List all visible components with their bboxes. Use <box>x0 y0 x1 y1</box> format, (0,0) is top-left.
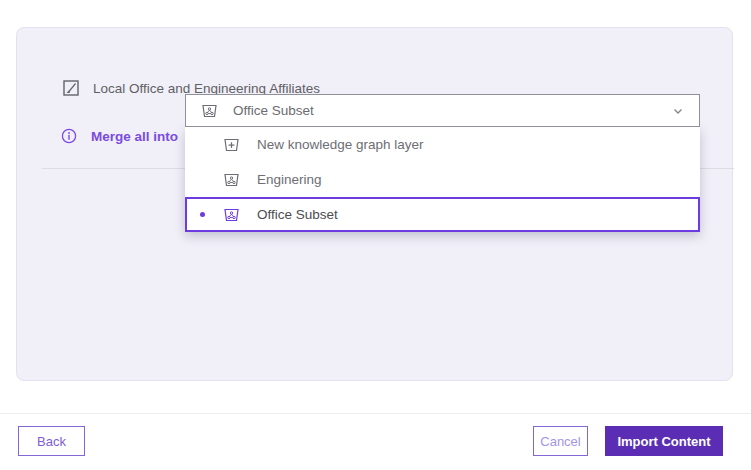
option-office-subset-selected[interactable]: Office Subset <box>185 197 700 232</box>
option-label: Office Subset <box>257 207 338 222</box>
merge-row: Merge all into <box>61 128 178 144</box>
sketch-layer-icon <box>63 80 79 96</box>
merge-all-into-label: Merge all into <box>91 129 178 144</box>
merge-target-option-list: New knowledge graph layer Enginering <box>185 127 700 232</box>
selected-bullet-icon <box>200 212 205 217</box>
back-button[interactable]: Back <box>18 426 85 456</box>
option-label: Enginering <box>257 172 322 187</box>
select-value: Office Subset <box>233 103 657 118</box>
merge-target-select[interactable]: Office Subset <box>185 94 700 127</box>
import-content-button[interactable]: Import Content <box>605 426 723 456</box>
knowledge-graph-layer-icon <box>222 207 241 223</box>
footer-divider <box>0 413 751 414</box>
cancel-button[interactable]: Cancel <box>533 426 588 456</box>
option-new-knowledge-graph-layer[interactable]: New knowledge graph layer <box>185 127 700 162</box>
new-knowledge-graph-layer-icon <box>222 137 241 153</box>
option-enginering[interactable]: Enginering <box>185 162 700 197</box>
knowledge-graph-layer-icon <box>200 103 219 119</box>
option-label: New knowledge graph layer <box>257 137 424 152</box>
knowledge-graph-layer-icon <box>222 172 241 188</box>
chevron-down-icon <box>671 104 685 118</box>
info-icon <box>61 128 77 144</box>
